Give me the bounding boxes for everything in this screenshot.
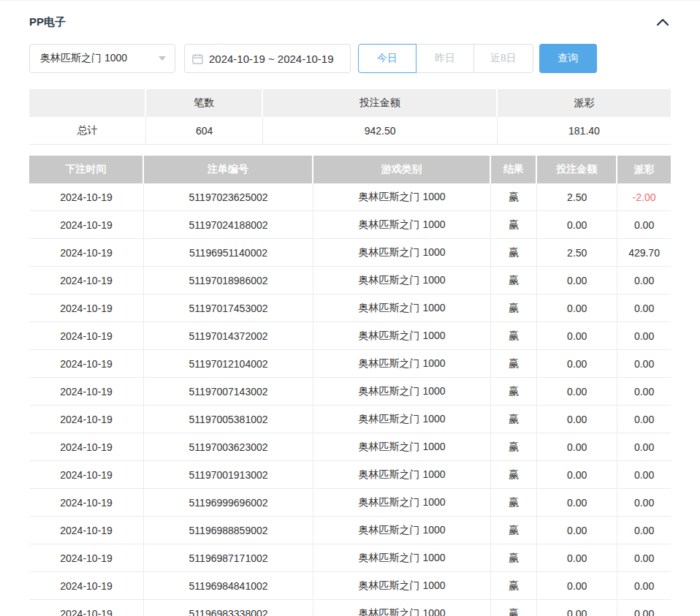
calendar-icon (192, 53, 203, 64)
payout-cell: 0.00 (617, 600, 671, 616)
payout-cell: 0.00 (617, 544, 671, 572)
table-row: 2024-10-1951196987171002奥林匹斯之门 1000赢0.00… (29, 544, 671, 572)
table-row: 2024-10-1951196988859002奥林匹斯之门 1000赢0.00… (29, 517, 671, 544)
table-row: 2024-10-1951196951140002奥林匹斯之门 1000赢2.50… (29, 239, 671, 267)
search-button[interactable]: 查询 (539, 44, 597, 73)
order-number-cell: 51197023625002 (144, 183, 313, 211)
result-cell: 赢 (491, 350, 537, 378)
result-cell: 赢 (491, 600, 537, 616)
game-category-cell: 奥林匹斯之门 1000 (313, 461, 491, 489)
order-number-cell: 51196984841002 (144, 572, 313, 600)
table-row: 2024-10-1951196984841002奥林匹斯之门 1000赢0.00… (29, 572, 671, 600)
bet-amount-cell: 0.00 (537, 572, 617, 600)
summary-column-header: 投注金额 (263, 89, 497, 117)
summary-column-header (29, 89, 146, 117)
order-number-cell: 51196988859002 (144, 517, 313, 544)
game-category-cell: 奥林匹斯之门 1000 (313, 600, 491, 616)
bet-time-cell: 2024-10-19 (29, 489, 144, 517)
game-category-cell: 奥林匹斯之门 1000 (313, 267, 491, 294)
payout-cell: 0.00 (617, 267, 671, 294)
result-cell: 赢 (491, 517, 537, 544)
bet-amount-cell: 0.00 (537, 433, 617, 461)
quick-filter-today-button[interactable]: 今日 (358, 44, 416, 73)
payout-cell: -2.00 (617, 183, 671, 211)
records-column-header: 注单编号 (144, 156, 313, 183)
result-cell: 赢 (491, 572, 537, 600)
table-row: 2024-10-1951197018986002奥林匹斯之门 1000赢0.00… (29, 267, 671, 294)
date-range-value: 2024-10-19 ~ 2024-10-19 (209, 53, 334, 65)
total-label-cell: 总计 (29, 117, 146, 145)
bet-amount-cell: 0.00 (537, 544, 617, 572)
bet-amount-cell: 0.00 (537, 294, 617, 322)
chevron-up-icon (655, 18, 670, 26)
order-number-cell: 51196987171002 (144, 544, 313, 572)
order-number-cell: 51197007143002 (144, 378, 313, 406)
records-column-header: 下注时间 (29, 156, 144, 183)
game-category-cell: 奥林匹斯之门 1000 (313, 350, 491, 378)
result-cell: 赢 (491, 294, 537, 322)
bet-time-cell: 2024-10-19 (29, 544, 144, 572)
table-row: 2024-10-1951197017453002奥林匹斯之门 1000赢0.00… (29, 294, 671, 322)
bet-time-cell: 2024-10-19 (29, 350, 144, 378)
caret-down-icon (159, 56, 166, 61)
game-category-cell: 奥林匹斯之门 1000 (313, 183, 491, 211)
bet-time-cell: 2024-10-19 (29, 294, 144, 322)
game-category-cell: 奥林匹斯之门 1000 (313, 406, 491, 433)
date-range-input[interactable]: 2024-10-19 ~ 2024-10-19 (184, 44, 351, 73)
bet-amount-cell: 2.50 (537, 239, 617, 267)
records-column-header: 投注金额 (537, 156, 617, 183)
quick-filter-last-8-days-button[interactable]: 近8日 (473, 44, 533, 73)
bet-time-cell: 2024-10-19 (29, 572, 144, 600)
page-title: PP电子 (29, 15, 66, 29)
bet-time-cell: 2024-10-19 (29, 406, 144, 433)
game-category-cell: 奥林匹斯之门 1000 (313, 489, 491, 517)
bet-amount-cell: 0.00 (537, 461, 617, 489)
game-category-cell: 奥林匹斯之门 1000 (313, 322, 491, 350)
game-select[interactable]: 奥林匹斯之门 1000 (29, 44, 175, 73)
payout-cell: 0.00 (617, 322, 671, 350)
summary-column-header: 派彩 (498, 89, 671, 117)
records-table: 下注时间注单编号游戏类别结果投注金额派彩 2024-10-19511970236… (29, 156, 671, 616)
payout-cell: 0.00 (617, 461, 671, 489)
payout-cell: 0.00 (617, 294, 671, 322)
table-row: 2024-10-1951197005381002奥林匹斯之门 1000赢0.00… (29, 406, 671, 433)
bet-time-cell: 2024-10-19 (29, 378, 144, 406)
table-row: 2024-10-1951197023625002奥林匹斯之门 1000赢2.50… (29, 183, 671, 211)
result-cell: 赢 (491, 267, 537, 294)
total-count-cell: 604 (146, 117, 264, 145)
result-cell: 赢 (491, 211, 537, 239)
payout-cell: 0.00 (617, 572, 671, 600)
payout-cell: 0.00 (617, 378, 671, 406)
bet-amount-cell: 2.50 (537, 183, 617, 211)
game-category-cell: 奥林匹斯之门 1000 (313, 294, 491, 322)
game-category-cell: 奥林匹斯之门 1000 (313, 378, 491, 406)
summary-total-row: 总计 604 942.50 181.40 (29, 117, 671, 145)
quick-filter-group: 今日昨日近8日 (358, 44, 533, 73)
records-column-header: 派彩 (617, 156, 671, 183)
bet-time-cell: 2024-10-19 (29, 517, 144, 544)
bet-amount-cell: 0.00 (537, 378, 617, 406)
game-category-cell: 奥林匹斯之门 1000 (313, 239, 491, 267)
bet-amount-cell: 0.00 (537, 600, 617, 616)
bet-amount-cell: 0.00 (537, 267, 617, 294)
result-cell: 赢 (491, 406, 537, 433)
table-row: 2024-10-1951196983338002奥林匹斯之门 1000赢0.00… (29, 600, 671, 616)
table-row: 2024-10-1951197007143002奥林匹斯之门 1000赢0.00… (29, 378, 671, 406)
result-cell: 赢 (491, 489, 537, 517)
bet-time-cell: 2024-10-19 (29, 600, 144, 616)
order-number-cell: 51197003623002 (144, 433, 313, 461)
table-row: 2024-10-1951197001913002奥林匹斯之门 1000赢0.00… (29, 461, 671, 489)
order-number-cell: 51197017453002 (144, 294, 313, 322)
total-bet-amount-cell: 942.50 (263, 117, 497, 145)
payout-cell: 429.70 (617, 239, 671, 267)
order-number-cell: 51197018986002 (144, 267, 313, 294)
collapse-panel-button[interactable] (655, 15, 671, 28)
bet-amount-cell: 0.00 (537, 517, 617, 544)
game-category-cell: 奥林匹斯之门 1000 (313, 544, 491, 572)
records-column-header: 游戏类别 (313, 156, 491, 183)
quick-filter-yesterday-button[interactable]: 昨日 (416, 44, 474, 73)
order-number-cell: 51197001913002 (144, 461, 313, 489)
bet-amount-cell: 0.00 (537, 211, 617, 239)
result-cell: 赢 (491, 433, 537, 461)
order-number-cell: 51197012104002 (144, 350, 313, 378)
